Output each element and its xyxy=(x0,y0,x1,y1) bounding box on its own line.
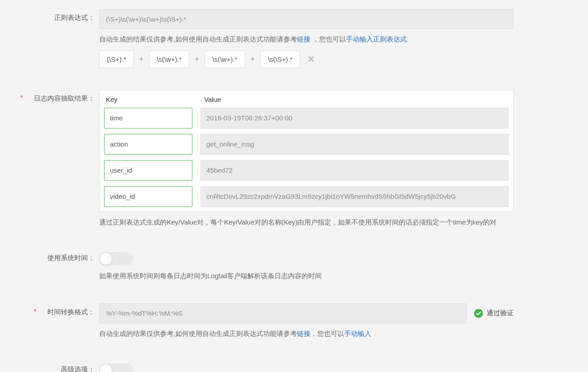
key-column-header: Key xyxy=(106,96,196,103)
advanced-label: 高级选项： xyxy=(9,361,99,372)
check-circle-icon xyxy=(474,309,483,318)
plus-icon: + xyxy=(195,55,199,64)
system-time-help: 如果使用系统时间则每条日志时间为Logtail客户端解析该条日志内容的时间 xyxy=(99,270,514,282)
value-field: 45bed72 xyxy=(201,160,509,181)
kv-table: Key Value time 2016-03-19T06:26:37+00:00… xyxy=(99,90,514,212)
value-field: get_online_msg xyxy=(201,134,509,155)
time-format-help-link[interactable]: 链接 xyxy=(297,330,310,337)
extraction-help-text: 通过正则表达式生成的Key/Value对，每个Key/Value对的名称(Key… xyxy=(99,216,514,228)
regex-input: (\S+)\s(\w+)\s(\w+)\s(\S+).* xyxy=(99,9,514,29)
key-input[interactable]: video_id xyxy=(104,186,192,207)
table-row: video_id cnRtcDovL29zc2xpdmVzaG93Lm9zcy1… xyxy=(104,186,509,207)
key-input[interactable]: time xyxy=(104,108,192,129)
required-icon: * xyxy=(20,94,23,102)
table-row: time 2016-03-19T06:26:37+00:00 xyxy=(104,108,509,129)
regex-help-link[interactable]: 链接 xyxy=(297,35,310,43)
plus-icon: + xyxy=(139,55,144,64)
system-time-label: 使用系统时间： xyxy=(9,249,99,262)
svg-point-0 xyxy=(474,309,483,318)
regex-part-box[interactable]: \s(\S+).* xyxy=(260,51,301,68)
close-icon[interactable]: ✕ xyxy=(307,54,315,64)
required-icon: * xyxy=(34,308,36,316)
regex-parts-row: (\S+).* + \s(\w+).* + \s(\w+).* + \s(\S+… xyxy=(99,51,514,68)
key-input[interactable]: user_id xyxy=(104,160,192,181)
time-format-manual-link[interactable]: 手动输入 xyxy=(344,330,371,337)
value-field: 2016-03-19T06:26:37+00:00 xyxy=(201,108,509,129)
value-field: cnRtcDovL29zc2xpdmVzaG93Lm9zcy1jbi1oYW5n… xyxy=(201,186,509,207)
regex-part-box[interactable]: \s(\w+).* xyxy=(149,51,189,68)
system-time-toggle[interactable] xyxy=(99,252,133,266)
plus-icon: + xyxy=(251,55,255,64)
regex-part-box[interactable]: (\S+).* xyxy=(99,51,134,68)
table-row: user_id 45bed72 xyxy=(104,160,509,181)
advanced-toggle[interactable] xyxy=(99,363,133,372)
regex-help-text: 自动生成的结果仅供参考,如何使用自动生成正则表达式功能请参考链接 ，您也可以手动… xyxy=(99,33,514,45)
regex-label: 正则表达式： xyxy=(9,9,99,22)
time-format-input: %Y-%m-%dT%H:%M:%S xyxy=(99,303,467,323)
time-format-label: *时间转换格式： xyxy=(9,303,99,317)
verified-badge: 通过验证 xyxy=(474,309,514,318)
regex-manual-link[interactable]: 手动输入正则表达式 xyxy=(346,35,407,43)
extraction-label: *日志内容抽取结果： xyxy=(9,90,99,103)
table-row: action get_online_msg xyxy=(104,134,509,155)
time-format-help: 自动生成的结果仅供参考,如何使用自动生成正则表达式功能请参考链接，您也可以手动输… xyxy=(99,328,514,340)
key-input[interactable]: action xyxy=(104,134,192,155)
regex-part-box[interactable]: \s(\w+).* xyxy=(205,51,245,68)
value-column-header: Value xyxy=(204,96,507,103)
